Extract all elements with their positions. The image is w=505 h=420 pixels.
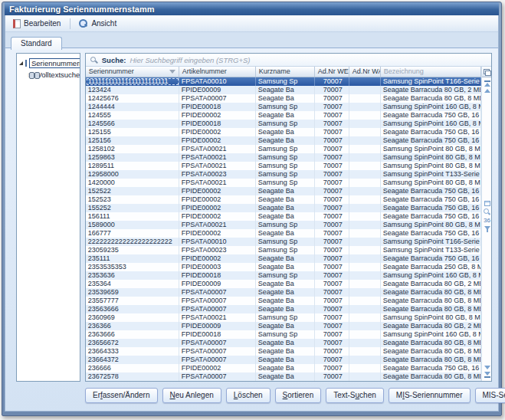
table-row[interactable]: 123424FPIDE00009Seagate Ba70007Seagate B… [86, 86, 481, 94]
grid-scroll-strip[interactable]: 36 [481, 67, 491, 381]
table-row[interactable]: 1258102FPSATA00021Samsung Sp70007Samsung… [86, 145, 481, 153]
cell-adnr-we: 70007 [315, 330, 349, 339]
table-row[interactable]: 2363666FPIDE00018Samsung Sp70007Samsung … [86, 330, 481, 339]
table-row[interactable]: 12958000FPSATA00023Samsung Sp70007Samsun… [86, 170, 481, 179]
cell-bezeichnung: Samsung SpinPoint 160 GB, 8 MB, 7200 [381, 120, 481, 128]
table-row[interactable]: 236366FPIDE00009Seagate Ba70007Seagate B… [86, 322, 481, 330]
table-row[interactable]: 1245566FPIDE00018Samsung Sp70007Samsung … [86, 120, 481, 128]
column-header-bezeichnung[interactable]: Bezeichnung [381, 67, 481, 77]
scroll-up-icon[interactable] [484, 89, 490, 93]
cell-artikelnummer: FPIDE00002 [179, 204, 256, 212]
table-row[interactable]: 156111FPIDE00002Seagate Ba70007Seagate B… [86, 212, 481, 221]
cell-kurzname: Seagate Ba [256, 288, 315, 297]
table-row[interactable]: 155252FPIDE00002Seagate Ba70007Seagate B… [86, 204, 481, 212]
table-row[interactable]: 111111111111111111111111FPSATA00010Samsu… [86, 77, 481, 86]
table-row[interactable]: 2222222222222222222222FPSATA00010Samsung… [86, 238, 481, 246]
table-row[interactable]: 23539659FPSATA00007Seagate Ba70007Seagat… [86, 288, 481, 297]
table-row[interactable]: 2353535353FPIDE00003Seagate Ba70007Seaga… [86, 263, 481, 271]
table-row[interactable]: 23672578FPSATA00007Seagate Ba70007Seagat… [86, 372, 481, 381]
cell-kurzname: Seagate Ba [256, 339, 315, 347]
action-button[interactable]: MIS-Seriennummernbewegungen [475, 388, 505, 403]
action-button[interactable]: Neu Anlegen [162, 388, 221, 403]
table-row[interactable]: 23664372FPSATA00007Seagate Ba70007Seagat… [86, 356, 481, 364]
cell-artikelnummer: FPIDE00002 [179, 254, 256, 263]
cell-kurzname: Seagate Ba [256, 195, 315, 204]
cell-artikelnummer: FPIDE00002 [179, 136, 256, 145]
column-chooser-icon[interactable] [484, 69, 490, 74]
cell-adnr-we: 70007 [315, 153, 349, 162]
cell-adnr-we: 70007 [315, 77, 349, 86]
cell-bezeichnung: Seagate Barracuda 750 GB, 16 MB, 7200 [381, 128, 481, 136]
table-row[interactable]: 23563666FPSATA00007Seagate Ba70007Seagat… [86, 305, 481, 313]
scroll-to-bottom-icon[interactable] [484, 372, 490, 378]
cell-seriennummer: 235111 [86, 254, 179, 263]
cell-adnr-wa [349, 372, 381, 381]
table-row[interactable]: 23664333FPSATA00007Seagate Ba70007Seagat… [86, 347, 481, 356]
cell-kurzname: Seagate Ba [256, 187, 315, 195]
table-row[interactable]: 23557777FPSATA00007Seagate Ba70007Seagat… [86, 297, 481, 305]
grid-tool-icon[interactable] [484, 201, 490, 206]
action-button[interactable]: Erfassen/Ändern [85, 388, 158, 403]
cell-adnr-we: 70007 [315, 313, 349, 322]
tree-item-seriennummernauswahl[interactable]: Seriennummernauswahl [19, 57, 78, 69]
window-title-bar[interactable]: Fakturierung Seriennummernstamm [5, 2, 499, 15]
table-row[interactable]: 125156FPIDE00002Seagate Ba70007Seagate B… [86, 136, 481, 145]
cell-seriennummer: 2363666 [86, 330, 179, 339]
action-button[interactable]: Sortieren [275, 388, 322, 403]
action-button[interactable]: Text-Suchen [326, 388, 384, 403]
table-row[interactable]: 12425676FPSATA00007Seagate Ba70007Seagat… [86, 94, 481, 103]
toolbar-button-ansicht[interactable]: Ansicht [74, 16, 122, 31]
scroll-down-icon[interactable] [484, 366, 490, 369]
cell-adnr-wa [349, 77, 381, 86]
table-row[interactable]: 152523FPIDE00002Seagate Ba70007Seagate B… [86, 195, 481, 204]
tab-standard[interactable]: Standard [11, 37, 62, 50]
table-row[interactable]: 2360969FPSATA00021Samsung Sp70007Samsung… [86, 313, 481, 322]
cell-adnr-we: 70007 [315, 238, 349, 246]
table-row[interactable]: 23059235FPSATA00023Samsung Sp70007Samsun… [86, 246, 481, 254]
cell-adnr-we: 70007 [315, 204, 349, 212]
cell-kurzname: Samsung Sp [256, 179, 315, 187]
row-search-icon[interactable] [484, 208, 490, 215]
cell-artikelnummer: FPSATA00021 [179, 145, 256, 153]
table-row[interactable]: 1259863FPSATA00021Samsung Sp70007Samsung… [86, 153, 481, 162]
table-row[interactable]: 235111FPIDE00002Seagate Ba70007Seagate B… [86, 254, 481, 263]
table-row[interactable]: 1589000FPSATA00021Samsung Sp70007Samsung… [86, 221, 481, 229]
table-row[interactable]: 1244444FPIDE00018Samsung Sp70007Samsung … [86, 103, 481, 111]
action-button[interactable]: MIS-Seriennummer [389, 388, 471, 403]
table-row[interactable]: 125155FPIDE00002Seagate Ba70007Seagate B… [86, 128, 481, 136]
cell-seriennummer: 1420000 [86, 179, 179, 187]
table-row[interactable]: 236666FPIDE00002Seagate Ba70007Seagate B… [86, 364, 481, 372]
cell-artikelnummer: FPIDE00009 [179, 86, 256, 94]
column-header-adnr-wa[interactable]: Ad.Nr WA [349, 67, 381, 77]
cell-adnr-we: 70007 [315, 229, 349, 238]
table-row[interactable]: 1420000FPSATA00021Samsung Sp70007Samsung… [86, 179, 481, 187]
cell-kurzname: Samsung Sp [256, 221, 315, 229]
cell-adnr-we: 70007 [315, 212, 349, 221]
table-row[interactable]: 2353636FPIDE00018Samsung Sp70007Samsung … [86, 271, 481, 280]
table-row[interactable]: 166777FPIDE00002Seagate Ba70007Seagate B… [86, 229, 481, 238]
grid-search-bar[interactable]: Suche: Hier Suchbegriff eingeben (STRG+S… [86, 54, 491, 67]
navigation-tree: Seriennummernauswahl ▷ Volltextsuche [16, 53, 80, 382]
column-header-kurzname[interactable]: Kurzname [256, 67, 315, 77]
toolbar-button-bearbeiten[interactable]: Bearbeiten [9, 17, 66, 31]
search-input[interactable]: Hier Suchbegriff eingeben (STRG+S) [130, 56, 250, 64]
table-row[interactable]: 1289511FPSATA00021Samsung Sp70007Samsung… [86, 162, 481, 170]
column-header-adnr-we[interactable]: Ad.Nr WE [315, 67, 349, 77]
cell-bezeichnung: Samsung SpinPoint 160 GB, 8 MB, 7200 [381, 330, 481, 339]
table-row[interactable]: 152522FPIDE00002Seagate Ba70007Seagate B… [86, 187, 481, 195]
column-header-artikelnummer[interactable]: Artikelnummer [179, 67, 256, 77]
cell-bezeichnung: Samsung SpinPoint 160 GB, 8 MB, 7200 [381, 271, 481, 280]
filter-funnel-icon[interactable] [484, 226, 490, 230]
tree-expanded-icon[interactable] [19, 61, 23, 65]
action-button[interactable]: Löschen [226, 388, 271, 403]
column-header-seriennummer[interactable]: Seriennummer [86, 67, 179, 77]
cell-seriennummer: 1259863 [86, 153, 179, 162]
row-count-badge: 36 [484, 218, 490, 224]
scroll-to-top-icon[interactable] [484, 80, 490, 87]
tree-item-volltextsuche[interactable]: ▷ Volltextsuche [19, 69, 78, 80]
cell-kurzname: Seagate Ba [256, 204, 315, 212]
table-row[interactable]: 235364FPIDE00009Seagate Ba70007Seagate B… [86, 280, 481, 288]
sort-descending-icon[interactable] [169, 70, 175, 74]
table-row[interactable]: 124555FPIDE00002Seagate Ba70007Seagate B… [86, 111, 481, 120]
table-row[interactable]: 23656672FPSATA00007Seagate Ba70007Seagat… [86, 339, 481, 347]
